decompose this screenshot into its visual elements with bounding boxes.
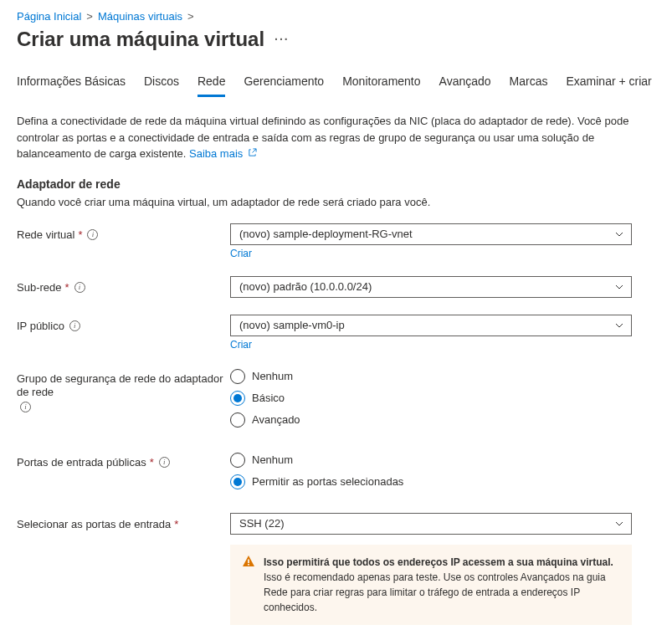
select-public-ip[interactable]: (novo) sample-vm0-ip (230, 315, 632, 336)
create-publicip-link[interactable]: Criar (230, 339, 252, 351)
more-icon[interactable]: ··· (274, 33, 290, 46)
warning-text: Isso permitirá que todos os endereços IP… (264, 555, 620, 615)
label-select-inbound-ports: Selecionar as portas de entrada * (17, 513, 230, 532)
chevron-down-icon (614, 519, 624, 529)
learn-more-text: Saiba mais (189, 147, 243, 160)
radio-nsg-advanced[interactable]: Avançado (230, 412, 632, 428)
label-text: IP público (17, 320, 64, 334)
description-text: Defina a conectividade de rede da máquin… (17, 115, 628, 160)
tab-management[interactable]: Gerenciamento (244, 74, 324, 97)
breadcrumb: Página Inicial > Máquinas virtuais > (17, 10, 655, 23)
radio-label: Permitir as portas selecionadas (252, 475, 403, 488)
select-value: (novo) sample-deployment-RG-vnet (239, 228, 413, 240)
radio-icon (230, 453, 245, 468)
chevron-down-icon (614, 320, 624, 330)
external-link-icon (248, 146, 257, 155)
required-icon: * (64, 281, 69, 295)
section-title-network-adapter: Adaptador de rede (17, 177, 655, 191)
info-icon[interactable]: i (20, 402, 31, 412)
warning-rest: Isso é recomendado apenas para teste. Us… (264, 571, 606, 613)
breadcrumb-home[interactable]: Página Inicial (17, 10, 81, 23)
label-virtual-network: Rede virtual * i (17, 223, 230, 243)
chevron-down-icon (614, 229, 624, 239)
label-text: Rede virtual (17, 228, 74, 243)
label-nsg: Grupo de segurança de rede do adaptador … (17, 367, 230, 413)
select-virtual-network[interactable]: (novo) sample-deployment-RG-vnet (230, 223, 632, 245)
tab-basics[interactable]: Informações Básicas (17, 74, 126, 97)
radio-icon (230, 391, 245, 406)
select-value: SSH (22) (239, 517, 284, 530)
svg-rect-0 (248, 559, 249, 563)
radio-icon (230, 369, 245, 384)
radio-label: Avançado (252, 413, 300, 426)
label-text: Selecionar as portas de entrada (17, 518, 171, 532)
radio-nsg-none[interactable]: Nenhum (230, 369, 632, 384)
tab-advanced[interactable]: Avançado (439, 74, 491, 97)
label-text: Grupo de segurança de rede do adaptador … (17, 372, 230, 401)
tab-description: Defina a conectividade de rede da máquin… (17, 113, 655, 162)
radio-label: Nenhum (252, 370, 293, 382)
info-icon[interactable]: i (159, 457, 170, 468)
page-title: Criar uma máquina virtual ··· (17, 28, 655, 51)
warning-box: Isso permitirá que todos os endereços IP… (230, 545, 632, 625)
chevron-right-icon: > (86, 10, 93, 23)
info-icon[interactable]: i (74, 282, 85, 293)
label-inbound-ports: Portas de entrada públicas * i (17, 451, 230, 470)
tab-review[interactable]: Examinar + criar (566, 74, 651, 97)
tab-tags[interactable]: Marcas (510, 74, 548, 97)
label-text: Sub-rede (17, 281, 61, 295)
breadcrumb-vms[interactable]: Máquinas virtuais (98, 10, 182, 23)
create-vnet-link[interactable]: Criar (230, 248, 252, 259)
tab-network[interactable]: Rede (197, 74, 225, 97)
label-text: Portas de entrada públicas (17, 456, 146, 470)
page-title-text: Criar uma máquina virtual (17, 28, 264, 51)
select-subnet[interactable]: (novo) padrão (10.0.0.0/24) (230, 276, 632, 298)
tab-disks[interactable]: Discos (144, 74, 179, 97)
info-icon[interactable]: i (87, 229, 98, 240)
warning-bold: Isso permitirá que todos os endereços IP… (264, 556, 613, 568)
radio-nsg-basic[interactable]: Básico (230, 391, 632, 406)
radio-icon (230, 474, 245, 489)
tabs: Informações Básicas Discos Rede Gerencia… (17, 74, 655, 98)
learn-more-link[interactable]: Saiba mais (189, 147, 257, 160)
label-public-ip: IP público i (17, 315, 230, 334)
warning-icon (242, 555, 255, 568)
radio-inbound-allow[interactable]: Permitir as portas selecionadas (230, 474, 632, 489)
tab-monitoring[interactable]: Monitoramento (342, 74, 420, 97)
required-icon: * (78, 228, 82, 243)
radio-label: Básico (252, 392, 285, 404)
svg-rect-1 (248, 564, 249, 566)
select-value: (novo) padrão (10.0.0.0/24) (239, 280, 372, 293)
chevron-right-icon: > (187, 10, 194, 23)
select-value: (novo) sample-vm0-ip (239, 319, 345, 331)
required-icon: * (174, 518, 178, 532)
radio-icon (230, 412, 245, 428)
label-subnet: Sub-rede * i (17, 276, 230, 295)
section-subtitle: Quando você criar uma máquina virtual, u… (17, 196, 655, 208)
required-icon: * (150, 456, 154, 470)
select-inbound-ports[interactable]: SSH (22) (230, 513, 632, 535)
info-icon[interactable]: i (69, 320, 80, 331)
radio-label: Nenhum (252, 453, 293, 466)
radio-inbound-none[interactable]: Nenhum (230, 453, 632, 468)
chevron-down-icon (614, 282, 624, 292)
